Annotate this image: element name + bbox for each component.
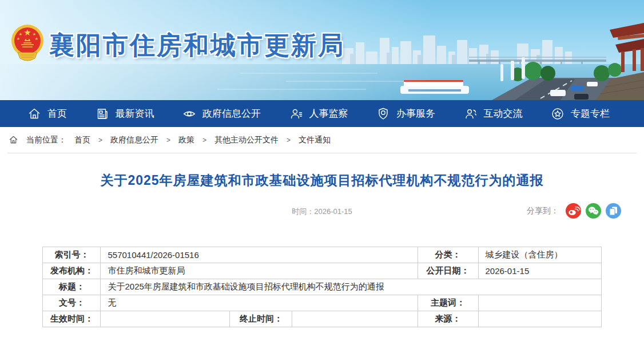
breadcrumb-prefix: 当前位置： — [26, 135, 66, 145]
svg-text:★: ★ — [35, 37, 38, 41]
shield-badge-icon — [376, 107, 390, 121]
meta-label-publish-date: 公开日期： — [418, 263, 478, 279]
table-row: 发布机构： 市住房和城市更新局 公开日期： 2026-01-15 — [43, 263, 601, 279]
breadcrumb-bar: 当前位置： 首页 > 政府信息公开 > 政策 > 其他主动公开文件 > 文件通知 — [0, 127, 644, 153]
meta-label-index-number: 索引号： — [43, 247, 101, 263]
main-nav: 首页 最新资讯 政府信息公开 人事监察 办事服务 互动交流 — [0, 100, 644, 127]
meta-label-agency: 发布机构： — [43, 263, 101, 279]
meta-label-title: 标题： — [43, 279, 101, 295]
article-area: 关于2025年房屋建筑和市政基础设施项目招标代理机构不规范行为的通报 时间：20… — [0, 172, 644, 327]
publish-time-value: 2026-01-15 — [314, 207, 352, 216]
meta-value-category: 城乡建设（含住房） — [478, 247, 601, 263]
nav-label: 最新资讯 — [116, 107, 154, 120]
home-icon — [27, 107, 41, 121]
meta-label-expiry-date: 终止时间： — [230, 311, 292, 327]
table-row: 生效时间： 终止时间： 来源： — [43, 311, 601, 327]
wechat-icon — [586, 203, 601, 219]
national-emblem-icon: ★ ★ ★ ★ ★ — [10, 23, 45, 63]
breadcrumb-link-other-public-docs[interactable]: 其他主动公开文件 — [214, 135, 279, 145]
breadcrumb-link-document-notice[interactable]: 文件通知 — [299, 135, 331, 145]
publish-time-label: 时间： — [292, 207, 314, 216]
meta-label-effective-date: 生效时间： — [43, 311, 101, 327]
nav-label: 人事监察 — [309, 107, 348, 120]
nav-item-services[interactable]: 办事服务 — [376, 107, 435, 121]
share-weibo-button[interactable] — [566, 203, 581, 219]
breadcrumb-separator: > — [166, 136, 170, 144]
breadcrumb-separator: > — [98, 136, 102, 144]
meta-value-publish-date: 2026-01-15 — [478, 263, 601, 279]
meta-value-agency: 市住房和城市更新局 — [101, 263, 418, 279]
news-icon — [96, 107, 109, 121]
nav-label: 互动交流 — [484, 107, 523, 120]
nav-item-interaction[interactable]: 互动交流 — [464, 107, 523, 121]
nav-label: 专题专栏 — [571, 107, 610, 120]
meta-value-effective-date — [101, 311, 230, 327]
meta-label-doc-number: 文号： — [43, 295, 101, 311]
site-banner: ★ ★ ★ ★ ★ 襄阳市住房和城市更新局 — [0, 0, 644, 100]
eye-icon — [182, 107, 196, 121]
article-meta-row: 时间：2026-01-15 分享到： — [0, 203, 644, 220]
meta-value-keywords — [478, 295, 601, 311]
nav-item-home[interactable]: 首页 — [27, 107, 67, 121]
share-copy-link-button[interactable] — [606, 203, 621, 219]
table-row: 标题： 关于2025年房屋建筑和市政基础设施项目招标代理机构不规范行为的通报 — [43, 279, 601, 295]
breadcrumb-link-gov-info[interactable]: 政府信息公开 — [110, 135, 158, 145]
breadcrumb-separator: > — [202, 136, 206, 144]
copy-link-icon — [606, 203, 621, 219]
meta-value-title: 关于2025年房屋建筑和市政基础设施项目招标代理机构不规范行为的通报 — [101, 279, 601, 295]
nav-label: 办事服务 — [396, 107, 435, 120]
nav-label: 首页 — [47, 107, 67, 120]
share-bar: 分享到： — [527, 203, 621, 219]
breadcrumb-link-policy[interactable]: 政策 — [178, 135, 194, 145]
meta-value-source — [478, 311, 601, 327]
share-wechat-button[interactable] — [586, 203, 601, 219]
table-row: 文号： 无 主题词： — [43, 295, 601, 311]
nav-item-personnel[interactable]: 人事监察 — [289, 107, 348, 121]
home-icon — [9, 135, 18, 145]
article-title: 关于2025年房屋建筑和市政基础设施项目招标代理机构不规范行为的通报 — [0, 172, 644, 189]
svg-text:★: ★ — [19, 32, 22, 36]
site-title: 襄阳市住房和城市更新局 — [49, 29, 345, 62]
svg-text:★: ★ — [17, 37, 20, 41]
nav-item-special-topics[interactable]: 专题专栏 — [551, 107, 610, 121]
person-list-icon — [289, 107, 303, 121]
meta-label-category: 分类： — [418, 247, 478, 263]
nav-item-news[interactable]: 最新资讯 — [96, 107, 154, 121]
svg-text:★: ★ — [23, 27, 31, 37]
meta-value-expiry-date — [292, 311, 418, 327]
nav-label: 政府信息公开 — [202, 107, 261, 120]
people-chat-icon — [464, 107, 478, 121]
breadcrumb: 当前位置： 首页 > 政府信息公开 > 政策 > 其他主动公开文件 > 文件通知 — [7, 127, 637, 153]
meta-value-doc-number: 无 — [101, 295, 418, 311]
breadcrumb-separator: > — [287, 136, 291, 144]
share-label: 分享到： — [527, 206, 559, 216]
star-circle-icon — [551, 107, 565, 121]
breadcrumb-link-home[interactable]: 首页 — [74, 135, 90, 145]
weibo-icon — [566, 203, 581, 219]
nav-item-gov-info[interactable]: 政府信息公开 — [182, 107, 261, 121]
meta-label-keywords: 主题词： — [418, 295, 478, 311]
table-row: 索引号： 557010441/2026-01516 分类： 城乡建设（含住房） — [43, 247, 601, 263]
meta-value-index-number: 557010441/2026-01516 — [101, 247, 418, 263]
meta-label-source: 来源： — [418, 311, 478, 327]
document-meta-table: 索引号： 557010441/2026-01516 分类： 城乡建设（含住房） … — [42, 247, 601, 327]
svg-text:★: ★ — [33, 32, 36, 36]
